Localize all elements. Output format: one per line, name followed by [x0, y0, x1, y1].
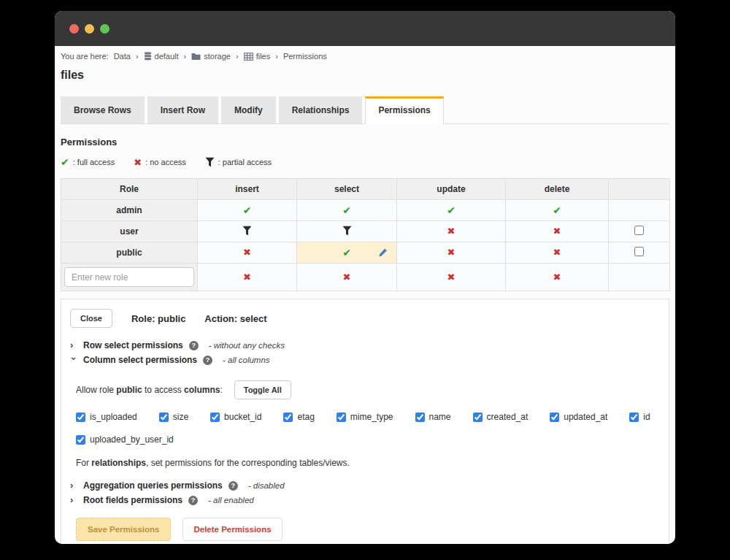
column-checkbox-item-etag[interactable]: etag	[283, 412, 314, 422]
column-checkbox-item-updated_at[interactable]: updated_at	[550, 412, 607, 422]
perm-cell-public-insert[interactable]: ✖	[198, 242, 297, 264]
close-button[interactable]: Close	[70, 309, 112, 328]
column-checkbox-etag[interactable]	[283, 413, 293, 422]
perm-cell-user-select[interactable]	[297, 221, 397, 242]
section-status: - all columns	[223, 354, 270, 366]
permissions-table: Roleinsertselectupdatedelete admin✔✔✔✔us…	[61, 178, 670, 291]
perm-cell-public-delete[interactable]: ✖	[506, 242, 609, 264]
column-checkbox-id[interactable]	[629, 413, 639, 422]
filter-icon	[342, 226, 352, 236]
help-question-icon[interactable]: ?	[188, 496, 198, 505]
column-checkbox-name[interactable]	[415, 413, 425, 422]
legend-label: : full access	[73, 158, 115, 166]
full-access-check-icon: ✔	[553, 204, 561, 216]
perm-cell-new-role-delete[interactable]: ✖	[506, 264, 609, 291]
tab-browse-rows[interactable]: Browse Rows	[61, 96, 145, 123]
section-root-fields-permissions[interactable]: ›Root fields permissions?- all enabled	[70, 494, 660, 506]
column-checkbox-label: name	[429, 412, 451, 422]
allow-columns-text: Allow role public to access columns:	[76, 385, 223, 395]
toggle-all-button[interactable]: Toggle All	[234, 380, 291, 399]
help-question-icon[interactable]: ?	[228, 481, 238, 491]
tab-insert-row[interactable]: Insert Row	[147, 96, 218, 123]
section-title: Column select permissions	[83, 354, 197, 366]
breadcrumb-item-files[interactable]: files	[244, 52, 271, 61]
tab-modify[interactable]: Modify	[221, 96, 276, 123]
table-icon	[244, 53, 253, 61]
role-cell-public: public	[61, 242, 198, 264]
breadcrumb-item-data[interactable]: Data	[114, 52, 131, 61]
column-checkbox-size[interactable]	[159, 413, 169, 422]
new-role-cell	[61, 264, 198, 291]
section-status: - without any checks	[209, 340, 285, 351]
column-checkbox-bucket_id[interactable]	[210, 413, 220, 422]
window-titlebar	[55, 11, 675, 46]
breadcrumb-item-default[interactable]: default	[144, 52, 179, 61]
section-aggregation-queries-permissions[interactable]: ›Aggregation queries permissions?- disab…	[70, 480, 660, 491]
perm-cell-admin-insert[interactable]: ✔	[198, 200, 297, 221]
extra-sections: ›Aggregation queries permissions?- disab…	[70, 480, 660, 506]
column-checkbox-item-id[interactable]: id	[629, 412, 650, 422]
column-checkbox-row-2: uploaded_by_user_id	[76, 434, 660, 445]
new-role-input[interactable]	[64, 267, 194, 287]
perm-cell-public-select[interactable]: ✔	[297, 242, 397, 264]
no-access-cross-icon: ✖	[243, 272, 251, 283]
perm-cell-user-update[interactable]: ✖	[397, 221, 506, 242]
perm-table-row: ✖✖✖✖	[61, 264, 670, 291]
folder-icon	[191, 53, 201, 61]
legend-item: ✔: full access	[61, 157, 115, 167]
column-checkbox-label: updated_at	[564, 412, 607, 422]
bulk-select-cell	[609, 264, 670, 291]
column-checkbox-item-name[interactable]: name	[415, 412, 451, 422]
breadcrumb-item-storage[interactable]: storage	[191, 52, 231, 61]
breadcrumb-separator: ›	[236, 52, 239, 61]
column-checkbox-item-mime_type[interactable]: mime_type	[337, 412, 393, 422]
maximize-window-icon[interactable]	[100, 24, 110, 34]
perm-cell-admin-update[interactable]: ✔	[397, 200, 506, 221]
column-checkbox-uploaded_by_user_id[interactable]	[76, 435, 85, 445]
section-title: Aggregation queries permissions	[83, 480, 223, 491]
main-content: You are here: Data›default›storage›files…	[55, 52, 675, 544]
help-question-icon[interactable]: ?	[203, 356, 212, 365]
column-checkbox-item-is_uploaded[interactable]: is_uploaded	[76, 412, 137, 422]
perm-cell-admin-select[interactable]: ✔	[297, 200, 397, 221]
perm-cell-user-delete[interactable]: ✖	[506, 221, 609, 242]
breadcrumb-item-label: storage	[204, 52, 231, 61]
tab-relationships[interactable]: Relationships	[279, 96, 363, 123]
column-checkbox-label: etag	[297, 412, 314, 422]
perm-cell-new-role-update[interactable]: ✖	[397, 264, 506, 291]
bulk-select-checkbox-user[interactable]	[634, 226, 644, 235]
section-column-select-permissions[interactable]: ›Column select permissions?- all columns	[70, 354, 660, 366]
editor-header: Close Role: public Action: select	[70, 309, 660, 328]
help-question-icon[interactable]: ?	[189, 341, 199, 350]
tab-permissions[interactable]: Permissions	[365, 96, 443, 124]
app-window: You are here: Data›default›storage›files…	[55, 11, 675, 544]
no-access-cross-icon: ✖	[447, 272, 456, 283]
close-window-icon[interactable]	[69, 24, 79, 34]
bulk-select-checkbox-public[interactable]	[634, 247, 644, 256]
column-checkbox-updated_at[interactable]	[550, 413, 559, 422]
perm-cell-user-insert[interactable]	[198, 221, 297, 242]
minimize-window-icon[interactable]	[85, 24, 94, 34]
no-access-cross-icon: ✖	[243, 247, 251, 258]
column-checkbox-item-bucket_id[interactable]: bucket_id	[210, 412, 261, 422]
column-checkbox-item-created_at[interactable]: created_at	[473, 412, 529, 422]
column-checkbox-item-uploaded_by_user_id[interactable]: uploaded_by_user_id	[76, 434, 174, 445]
perm-cell-new-role-insert[interactable]: ✖	[198, 264, 297, 291]
column-checkbox-created_at[interactable]	[473, 413, 483, 422]
save-permissions-button[interactable]: Save Permissions	[76, 518, 171, 541]
breadcrumb: You are here: Data›default›storage›files…	[61, 52, 669, 61]
perm-cell-new-role-select[interactable]: ✖	[297, 264, 397, 291]
edit-pencil-icon[interactable]	[378, 248, 388, 258]
filter-icon	[242, 226, 252, 236]
delete-permissions-button[interactable]: Delete Permissions	[182, 518, 282, 541]
breadcrumb-item-label: files	[256, 52, 271, 61]
column-checkbox-is_uploaded[interactable]	[76, 413, 85, 422]
perm-cell-public-update[interactable]: ✖	[397, 242, 506, 264]
permissions-table-wrap: Roleinsertselectupdatedelete admin✔✔✔✔us…	[61, 178, 669, 291]
no-access-cross-icon: ✖	[134, 158, 142, 167]
breadcrumb-item-permissions[interactable]: Permissions	[283, 52, 327, 61]
section-row-select-permissions[interactable]: ›Row select permissions?- without any ch…	[70, 340, 660, 351]
column-checkbox-item-size[interactable]: size	[159, 412, 188, 422]
perm-cell-admin-delete[interactable]: ✔	[506, 200, 609, 221]
column-checkbox-mime_type[interactable]	[337, 413, 346, 422]
